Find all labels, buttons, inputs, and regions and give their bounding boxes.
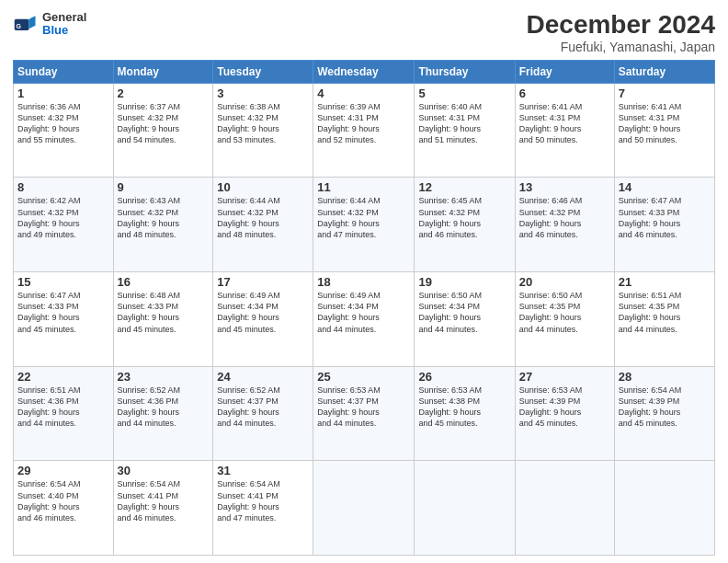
day-info: Sunrise: 6:44 AM Sunset: 4:32 PM Dayligh… <box>317 195 410 240</box>
day-info: Sunrise: 6:52 AM Sunset: 4:37 PM Dayligh… <box>217 385 309 430</box>
header-tuesday: Tuesday <box>213 60 313 83</box>
day-number: 3 <box>217 86 309 100</box>
day-info: Sunrise: 6:49 AM Sunset: 4:34 PM Dayligh… <box>317 290 410 335</box>
day-info: Sunrise: 6:48 AM Sunset: 4:33 PM Dayligh… <box>118 290 210 335</box>
day-info: Sunrise: 6:53 AM Sunset: 4:38 PM Dayligh… <box>418 385 510 430</box>
day-info: Sunrise: 6:54 AM Sunset: 4:39 PM Dayligh… <box>619 385 711 430</box>
day-number: 31 <box>217 464 309 477</box>
day-number: 28 <box>619 370 711 384</box>
calendar-cell: 20Sunrise: 6:50 AM Sunset: 4:35 PM Dayli… <box>515 272 614 367</box>
day-number: 17 <box>217 275 309 289</box>
calendar-cell: 29Sunrise: 6:54 AM Sunset: 4:40 PM Dayli… <box>14 461 114 556</box>
day-number: 30 <box>118 464 210 477</box>
calendar-cell <box>614 461 714 556</box>
day-info: Sunrise: 6:44 AM Sunset: 4:32 PM Dayligh… <box>217 195 309 240</box>
day-number: 27 <box>519 370 610 384</box>
calendar-cell: 16Sunrise: 6:48 AM Sunset: 4:33 PM Dayli… <box>113 272 213 367</box>
calendar-cell: 8Sunrise: 6:42 AM Sunset: 4:32 PM Daylig… <box>14 178 114 272</box>
day-info: Sunrise: 6:49 AM Sunset: 4:34 PM Dayligh… <box>217 290 309 335</box>
calendar-cell: 18Sunrise: 6:49 AM Sunset: 4:34 PM Dayli… <box>313 272 415 367</box>
logo-line1: General <box>42 11 86 24</box>
day-number: 15 <box>17 275 109 289</box>
day-info: Sunrise: 6:51 AM Sunset: 4:35 PM Dayligh… <box>619 290 711 335</box>
calendar-cell: 31Sunrise: 6:54 AM Sunset: 4:41 PM Dayli… <box>213 461 313 556</box>
day-info: Sunrise: 6:54 AM Sunset: 4:41 PM Dayligh… <box>217 478 309 523</box>
day-number: 12 <box>418 180 510 194</box>
day-number: 10 <box>217 180 309 194</box>
calendar-cell: 14Sunrise: 6:47 AM Sunset: 4:33 PM Dayli… <box>614 178 714 272</box>
day-number: 21 <box>619 275 711 289</box>
day-info: Sunrise: 6:52 AM Sunset: 4:36 PM Dayligh… <box>118 385 210 430</box>
day-info: Sunrise: 6:51 AM Sunset: 4:36 PM Dayligh… <box>17 385 109 430</box>
calendar-cell: 10Sunrise: 6:44 AM Sunset: 4:32 PM Dayli… <box>213 178 313 272</box>
day-info: Sunrise: 6:50 AM Sunset: 4:34 PM Dayligh… <box>418 290 510 335</box>
calendar-cell: 27Sunrise: 6:53 AM Sunset: 4:39 PM Dayli… <box>515 366 614 461</box>
day-number: 18 <box>317 275 410 289</box>
day-info: Sunrise: 6:37 AM Sunset: 4:32 PM Dayligh… <box>118 101 210 146</box>
logo-line2: Blue <box>42 24 86 37</box>
day-info: Sunrise: 6:41 AM Sunset: 4:31 PM Dayligh… <box>619 101 711 146</box>
day-info: Sunrise: 6:38 AM Sunset: 4:32 PM Dayligh… <box>217 101 309 146</box>
calendar-cell: 17Sunrise: 6:49 AM Sunset: 4:34 PM Dayli… <box>213 272 313 367</box>
day-info: Sunrise: 6:40 AM Sunset: 4:31 PM Dayligh… <box>418 101 510 146</box>
calendar-week-0: 1Sunrise: 6:36 AM Sunset: 4:32 PM Daylig… <box>14 83 715 178</box>
day-info: Sunrise: 6:47 AM Sunset: 4:33 PM Dayligh… <box>17 290 109 335</box>
calendar-cell: 5Sunrise: 6:40 AM Sunset: 4:31 PM Daylig… <box>415 83 515 178</box>
day-info: Sunrise: 6:46 AM Sunset: 4:32 PM Dayligh… <box>519 195 610 240</box>
calendar-cell: 12Sunrise: 6:45 AM Sunset: 4:32 PM Dayli… <box>415 178 515 272</box>
day-number: 5 <box>418 86 510 100</box>
day-number: 7 <box>619 86 711 100</box>
day-info: Sunrise: 6:53 AM Sunset: 4:37 PM Dayligh… <box>317 385 410 430</box>
day-number: 11 <box>317 180 410 194</box>
page-title: December 2024 <box>527 11 715 40</box>
calendar-cell: 23Sunrise: 6:52 AM Sunset: 4:36 PM Dayli… <box>113 366 213 461</box>
title-block: December 2024 Fuefuki, Yamanashi, Japan <box>527 11 715 54</box>
calendar-cell: 2Sunrise: 6:37 AM Sunset: 4:32 PM Daylig… <box>113 83 213 178</box>
day-number: 4 <box>317 86 410 100</box>
day-number: 25 <box>317 370 410 384</box>
day-number: 1 <box>17 86 109 100</box>
calendar-cell: 26Sunrise: 6:53 AM Sunset: 4:38 PM Dayli… <box>415 366 515 461</box>
svg-marker-1 <box>29 17 36 29</box>
calendar-cell: 21Sunrise: 6:51 AM Sunset: 4:35 PM Dayli… <box>614 272 714 367</box>
day-info: Sunrise: 6:47 AM Sunset: 4:33 PM Dayligh… <box>619 195 711 240</box>
calendar-week-2: 15Sunrise: 6:47 AM Sunset: 4:33 PM Dayli… <box>14 272 715 367</box>
day-info: Sunrise: 6:45 AM Sunset: 4:32 PM Dayligh… <box>418 195 510 240</box>
calendar-cell <box>415 461 515 556</box>
day-number: 9 <box>118 180 210 194</box>
day-number: 8 <box>17 180 109 194</box>
header-sunday: Sunday <box>14 60 114 83</box>
day-number: 6 <box>519 86 610 100</box>
calendar-cell: 1Sunrise: 6:36 AM Sunset: 4:32 PM Daylig… <box>14 83 114 178</box>
calendar-cell: 15Sunrise: 6:47 AM Sunset: 4:33 PM Dayli… <box>14 272 114 367</box>
calendar-cell: 13Sunrise: 6:46 AM Sunset: 4:32 PM Dayli… <box>515 178 614 272</box>
day-number: 20 <box>519 275 610 289</box>
day-info: Sunrise: 6:53 AM Sunset: 4:39 PM Dayligh… <box>519 385 610 430</box>
day-info: Sunrise: 6:42 AM Sunset: 4:32 PM Dayligh… <box>17 195 109 240</box>
calendar-cell: 4Sunrise: 6:39 AM Sunset: 4:31 PM Daylig… <box>313 83 415 178</box>
calendar-cell: 6Sunrise: 6:41 AM Sunset: 4:31 PM Daylig… <box>515 83 614 178</box>
calendar-cell: 22Sunrise: 6:51 AM Sunset: 4:36 PM Dayli… <box>14 366 114 461</box>
calendar-cell: 9Sunrise: 6:43 AM Sunset: 4:32 PM Daylig… <box>113 178 213 272</box>
logo: G General Blue <box>13 11 86 38</box>
header-saturday: Saturday <box>614 60 714 83</box>
header-thursday: Thursday <box>415 60 515 83</box>
day-number: 23 <box>118 370 210 384</box>
day-number: 19 <box>418 275 510 289</box>
logo-icon: G <box>13 11 39 37</box>
calendar-week-1: 8Sunrise: 6:42 AM Sunset: 4:32 PM Daylig… <box>14 178 715 272</box>
header-friday: Friday <box>515 60 614 83</box>
day-number: 29 <box>17 464 109 477</box>
svg-text:G: G <box>17 24 22 30</box>
day-info: Sunrise: 6:43 AM Sunset: 4:32 PM Dayligh… <box>118 195 210 240</box>
page-subtitle: Fuefuki, Yamanashi, Japan <box>527 40 715 54</box>
calendar-table: SundayMondayTuesdayWednesdayThursdayFrid… <box>13 60 715 556</box>
calendar-cell: 24Sunrise: 6:52 AM Sunset: 4:37 PM Dayli… <box>213 366 313 461</box>
day-number: 14 <box>619 180 711 194</box>
day-info: Sunrise: 6:54 AM Sunset: 4:40 PM Dayligh… <box>17 478 109 523</box>
calendar-week-3: 22Sunrise: 6:51 AM Sunset: 4:36 PM Dayli… <box>14 366 715 461</box>
day-number: 26 <box>418 370 510 384</box>
day-number: 24 <box>217 370 309 384</box>
calendar-cell: 25Sunrise: 6:53 AM Sunset: 4:37 PM Dayli… <box>313 366 415 461</box>
calendar-cell: 7Sunrise: 6:41 AM Sunset: 4:31 PM Daylig… <box>614 83 714 178</box>
